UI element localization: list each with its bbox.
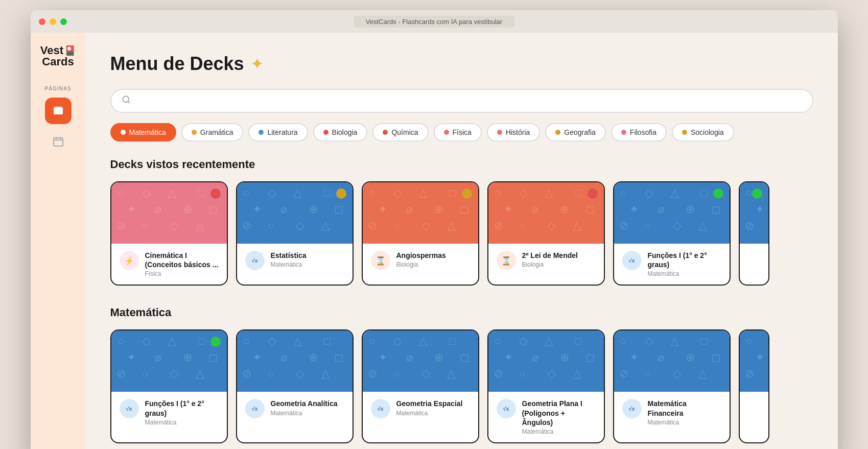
filter-chip-gramática[interactable]: Gramática	[181, 123, 244, 141]
subject-icon: √x	[245, 251, 265, 270]
card-text: Geometria Plana I (Polígonos + Ângulos)M…	[522, 399, 596, 435]
card-pattern: ○◇△□✦⌀⊕◻⊘○◇△	[740, 330, 768, 392]
filter-chip-história[interactable]: História	[487, 123, 540, 141]
subject-icon: ⌛	[371, 251, 390, 270]
logo-icon: 🎴	[64, 45, 76, 56]
math-section: Matemática ○◇△□✦⌀⊕◻⊘○◇△√xFunções I (1° e…	[110, 306, 813, 443]
card-pattern: ○◇△□✦⌀⊕◻⊘○◇△	[614, 330, 730, 392]
card-subject: Matemática	[396, 410, 463, 417]
sidebar-item-calendar[interactable]	[45, 128, 72, 155]
deck-card[interactable]: ○◇△□✦⌀⊕◻⊘○◇△√xFunções I (1° e 2° graus)M…	[110, 329, 228, 443]
deck-card[interactable]: ○◇△□✦⌀⊕◻⊘○◇△√xFunções I (1° e 2° graus)M…	[613, 181, 731, 286]
chip-dot	[555, 130, 560, 135]
logo: Vest 🎴 Cards	[40, 45, 76, 67]
math-cards-row: ○◇△□✦⌀⊕◻⊘○◇△√xFunções I (1° e 2° graus)M…	[110, 329, 813, 443]
chip-dot	[192, 130, 197, 135]
close-button[interactable]	[39, 18, 45, 25]
card-header: ○◇△□✦⌀⊕◻⊘○◇△	[488, 182, 604, 244]
app-body: Vest 🎴 Cards PÁGINAS	[31, 33, 838, 449]
recent-section-title: Decks vistos recentemente	[110, 158, 813, 171]
card-subject: Matemática	[648, 419, 721, 426]
card-info: ⚡Cinemática I (Conceitos básicos ...Físi…	[111, 244, 227, 285]
chip-dot	[323, 130, 329, 135]
deck-card[interactable]: ○◇△□✦⌀⊕◻⊘○◇△√xGeometria EspacialMatemáti…	[362, 329, 479, 443]
card-info: ⌛AngiospermasBiologia	[363, 244, 478, 277]
sidebar: Vest 🎴 Cards PÁGINAS	[31, 33, 86, 449]
deck-card[interactable]: ○◇△□✦⌀⊕◻⊘○◇△⌛2ª Lei de MendelBiologia	[487, 181, 605, 286]
subject-icon: √x	[371, 399, 390, 418]
card-subject: Matemática	[145, 419, 219, 426]
chip-dot	[497, 130, 502, 135]
card-header: ○◇△□✦⌀⊕◻⊘○◇△	[614, 182, 730, 244]
card-header: ○◇△□✦⌀⊕◻⊘○◇△	[614, 330, 730, 392]
card-header: ○◇△□✦⌀⊕◻⊘○◇△	[363, 182, 478, 244]
filter-chip-química[interactable]: Química	[372, 123, 428, 141]
maximize-button[interactable]	[60, 18, 67, 25]
deck-card[interactable]: ○◇△□✦⌀⊕◻⊘○◇△	[739, 181, 769, 286]
card-subject: Física	[145, 270, 219, 277]
deck-card[interactable]: ○◇△□✦⌀⊕◻⊘○◇△√xGeometria Plana I (Polígon…	[487, 329, 605, 443]
card-header: ○◇△□✦⌀⊕◻⊘○◇△	[363, 330, 478, 392]
card-name: Matemática Financeira	[648, 399, 721, 417]
card-header: ○◇△□✦⌀⊕◻⊘○◇△	[740, 182, 768, 244]
chip-label: Biologia	[332, 128, 358, 136]
card-name: Geometria Espacial	[396, 399, 463, 408]
chip-label: Física	[453, 128, 472, 136]
card-name: Geometria Plana I (Polígonos + Ângulos)	[522, 399, 596, 427]
calendar-icon	[52, 135, 64, 148]
subject-icon: √x	[245, 399, 265, 418]
deck-card[interactable]: ○◇△□✦⌀⊕◻⊘○◇△√xEstatísticaMatemática	[236, 181, 354, 286]
filter-chip-geografia[interactable]: Geografia	[545, 123, 605, 141]
search-input[interactable]	[136, 97, 802, 106]
filter-row: MatemáticaGramáticaLiteraturaBiologiaQuí…	[110, 123, 813, 141]
svg-line-7	[128, 101, 129, 103]
card-badge	[588, 188, 598, 199]
card-subject: Matemática	[271, 410, 338, 417]
filter-chip-literatura[interactable]: Literatura	[248, 123, 308, 141]
card-header: ○◇△□✦⌀⊕◻⊘○◇△	[740, 330, 768, 392]
card-header: ○◇△□✦⌀⊕◻⊘○◇△	[237, 330, 353, 392]
card-text: Geometria AnalíticaMatemática	[271, 399, 338, 416]
card-header: ○◇△□✦⌀⊕◻⊘○◇△	[237, 182, 353, 244]
card-pattern: ○◇△□✦⌀⊕◻⊘○◇△	[614, 182, 730, 244]
search-icon	[122, 95, 131, 107]
chip-dot	[682, 130, 687, 135]
traffic-lights	[39, 18, 67, 25]
chip-dot	[621, 130, 626, 135]
card-info: √xGeometria Plana I (Polígonos + Ângulos…	[488, 392, 604, 442]
deck-card[interactable]: ○◇△□✦⌀⊕◻⊘○◇△⚡Cinemática I (Conceitos bás…	[110, 181, 228, 286]
page-title: Menu de Decks	[110, 53, 244, 75]
minimize-button[interactable]	[50, 18, 56, 25]
card-badge	[210, 337, 221, 347]
card-badge	[462, 188, 472, 199]
card-pattern: ○◇△□✦⌀⊕◻⊘○◇△	[237, 182, 353, 244]
sidebar-item-cards[interactable]	[45, 98, 72, 124]
deck-card[interactable]: ○◇△□✦⌀⊕◻⊘○◇△√xGeometria AnalíticaMatemát…	[236, 329, 354, 443]
card-name: Funções I (1° e 2° graus)	[648, 251, 721, 269]
card-pattern: ○◇△□✦⌀⊕◻⊘○◇△	[363, 330, 478, 392]
card-text: Geometria EspacialMatemática	[396, 399, 463, 416]
subject-icon: √x	[622, 399, 642, 418]
card-text: 2ª Lei de MendelBiologia	[522, 251, 578, 268]
card-text: Cinemática I (Conceitos básicos ...Físic…	[145, 251, 219, 277]
math-section-title: Matemática	[110, 306, 813, 319]
main-content: Menu de Decks ✦ MatemáticaGramáticaLiter…	[86, 33, 838, 449]
app-window: VestCards - Flashcards com IA para vesti…	[31, 10, 838, 449]
card-subject: Biologia	[396, 261, 446, 268]
recent-cards-row: ○◇△□✦⌀⊕◻⊘○◇△⚡Cinemática I (Conceitos bás…	[110, 181, 813, 286]
filter-chip-biologia[interactable]: Biologia	[313, 123, 368, 141]
card-header: ○◇△□✦⌀⊕◻⊘○◇△	[111, 182, 227, 244]
filter-chip-matemática[interactable]: Matemática	[110, 123, 176, 141]
deck-card[interactable]: ○◇△□✦⌀⊕◻⊘○◇△⌛AngiospermasBiologia	[362, 181, 479, 286]
filter-chip-filosofia[interactable]: Filosofia	[611, 123, 667, 141]
filter-chip-sociologia[interactable]: Sociologia	[672, 123, 734, 141]
card-pattern: ○◇△□✦⌀⊕◻⊘○◇△	[488, 330, 604, 392]
card-name: Angiospermas	[396, 251, 446, 260]
deck-card[interactable]: ○◇△□✦⌀⊕◻⊘○◇△	[739, 329, 769, 443]
card-name: Estatística	[271, 251, 307, 260]
card-subject: Matemática	[648, 270, 721, 277]
window-title: VestCards - Flashcards com IA para vesti…	[354, 16, 514, 28]
filter-chip-física[interactable]: Física	[434, 123, 482, 141]
deck-card[interactable]: ○◇△□✦⌀⊕◻⊘○◇△√xMatemática FinanceiraMatem…	[613, 329, 731, 443]
subject-icon: √x	[497, 399, 516, 418]
